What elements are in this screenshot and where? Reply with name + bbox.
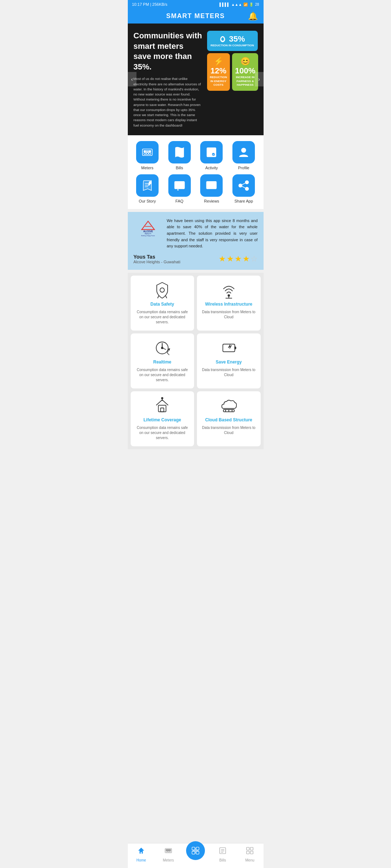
profile-icon	[237, 146, 250, 159]
wireless-title: Wireless Infrastructure	[205, 302, 252, 307]
meters-icon-box: 0000	[136, 141, 159, 163]
status-right: ▌▌▌▌ ▲▲▲ 📶 🔋 28	[219, 3, 259, 7]
wireless-desc: Data transmission from Meters to Cloud	[201, 310, 256, 320]
grid-item-our-story[interactable]: Our Story	[134, 174, 161, 203]
features-section: Data Safety Consumption data remains saf…	[128, 273, 264, 449]
alcove-logo-container: ALCOVE REALTY Building a Happy Future	[134, 218, 163, 239]
grid-item-faq[interactable]: ? FAQ	[165, 174, 193, 203]
battery-percent: 28	[255, 3, 259, 7]
stat-box-happiness: 😊 100% INCREASE IN FAIRNESS & HAPPINESS	[232, 53, 258, 90]
reviews-icon-box	[200, 174, 223, 197]
cloud-title: Cloud Based Structure	[205, 417, 252, 422]
feature-data-safety: Data Safety Consumption data remains saf…	[131, 276, 194, 331]
data-safety-icon	[154, 281, 171, 299]
app-title: SMART METERS	[166, 12, 225, 20]
stat-box-reduction: 35% REDUCTION IN CONSUMPTION	[207, 31, 258, 51]
star-rating: ★ ★ ★ ★ ☆	[219, 254, 258, 264]
reviewer-location: Alcove Heights - Guwahati	[134, 260, 181, 264]
svg-point-11	[212, 153, 215, 156]
svg-point-23	[239, 184, 242, 187]
faq-icon: ?	[173, 179, 186, 192]
share-app-icon-box	[232, 174, 255, 197]
svg-text:0000: 0000	[146, 150, 150, 152]
realtime-title: Realtime	[153, 359, 171, 365]
svg-point-44	[161, 397, 163, 399]
svg-point-24	[245, 187, 249, 190]
prev-slide-button[interactable]: ‹	[128, 72, 136, 86]
save-energy-icon	[220, 339, 237, 357]
faq-icon-box: ?	[168, 174, 191, 197]
svg-line-26	[242, 186, 245, 188]
status-bar: 10:17 PM | 256KB/s ▌▌▌▌ ▲▲▲ 📶 🔋 28	[128, 0, 264, 9]
our-story-label: Our Story	[139, 199, 156, 203]
feature-cloud: Cloud Based Structure Data transmission …	[197, 391, 261, 446]
next-slide-button[interactable]: ›	[255, 72, 264, 86]
reviewer-name: Yous Tas	[134, 254, 181, 260]
wifi-status-icon: ▲▲▲	[231, 3, 242, 7]
svg-text:?: ?	[178, 183, 181, 188]
faq-label: FAQ	[176, 199, 184, 203]
status-time: 10:17 PM | 256KB/s	[132, 2, 168, 7]
stat-label-100: INCREASE IN FAIRNESS & HAPPINESS	[235, 76, 255, 87]
wifi-icon-2: 📶	[243, 3, 248, 7]
feature-realtime: Realtime Consumption data remains safe o…	[131, 333, 194, 388]
grid-item-profile[interactable]: Profile	[230, 141, 258, 170]
feature-save-energy: Save Energy Data transmission from Meter…	[197, 333, 261, 388]
lifetime-title: Lifetime Coverage	[143, 417, 181, 422]
battery-icon: 🔋	[249, 3, 253, 7]
share-app-label: Share App	[234, 199, 253, 203]
svg-rect-43	[161, 408, 164, 412]
svg-text:REALTY: REALTY	[145, 233, 151, 235]
feature-lifetime: Lifetime Coverage Consumption data remai…	[131, 391, 194, 446]
svg-point-1	[144, 152, 146, 154]
meters-icon: 0000	[141, 146, 154, 159]
feature-wireless: Wireless Infrastructure Data transmissio…	[197, 276, 261, 331]
icon-grid: 0000 Meters ₹ Bills	[134, 141, 258, 203]
our-story-icon-box	[136, 174, 159, 197]
lifetime-icon	[154, 397, 171, 414]
testimonial-footer: Yous Tas Alcove Heights - Guwahati ★ ★ ★…	[134, 254, 258, 264]
svg-line-25	[242, 183, 245, 185]
bills-icon: ₹	[173, 146, 186, 159]
hero-left: Communities with smart meters save more …	[134, 31, 203, 128]
signal-icon: ▌▌▌▌	[219, 3, 230, 7]
grid-item-share-app[interactable]: Share App	[230, 174, 258, 203]
activity-label: Activity	[205, 166, 218, 170]
star-1: ★	[219, 254, 226, 264]
data-safety-title: Data Safety	[151, 302, 174, 307]
bills-label: Bills	[176, 166, 183, 170]
svg-point-32	[160, 288, 164, 292]
svg-rect-40	[223, 344, 235, 352]
grid-item-bills[interactable]: ₹ Bills	[165, 141, 193, 170]
svg-marker-27	[142, 221, 154, 229]
alcove-realty-logo: ALCOVE REALTY Building a Happy Future	[135, 218, 161, 239]
our-story-icon	[141, 179, 154, 192]
stat-label-35: REDUCTION IN CONSUMPTION	[210, 44, 255, 47]
star-2: ★	[227, 254, 234, 264]
svg-text:Building a Happy Future: Building a Happy Future	[141, 235, 155, 237]
svg-rect-41	[235, 347, 236, 349]
svg-point-39	[161, 347, 163, 349]
cloud-icon	[220, 397, 237, 414]
notification-bell-icon[interactable]: 🔔	[248, 12, 258, 21]
svg-point-22	[245, 180, 249, 184]
svg-rect-42	[159, 405, 166, 412]
grid-item-meters[interactable]: 0000 Meters	[134, 141, 161, 170]
wireless-icon	[220, 281, 237, 299]
star-4: ★	[243, 254, 250, 264]
grid-item-reviews[interactable]: Reviews	[198, 174, 226, 203]
hero-bottom-stats: ⚡ 12% REDUCTION IN ENERGY COSTS 😊 100% I…	[207, 53, 258, 90]
grid-item-activity[interactable]: Activity	[198, 141, 226, 170]
star-5: ☆	[251, 254, 258, 264]
activity-icon-box	[200, 141, 223, 163]
stat-number-12: ⚡ 12%	[210, 57, 227, 76]
bills-icon-box: ₹	[168, 141, 191, 163]
data-safety-desc: Consumption data remains safe on our sec…	[135, 310, 190, 325]
activity-icon	[205, 146, 218, 159]
stat-number-35: 35%	[210, 34, 255, 44]
reviews-label: Reviews	[204, 199, 219, 203]
svg-point-2	[146, 152, 148, 154]
cloud-desc: Data transmission from Meters to Cloud	[201, 425, 256, 435]
svg-text:ALCOVE: ALCOVE	[143, 230, 153, 233]
realtime-icon	[154, 339, 171, 357]
